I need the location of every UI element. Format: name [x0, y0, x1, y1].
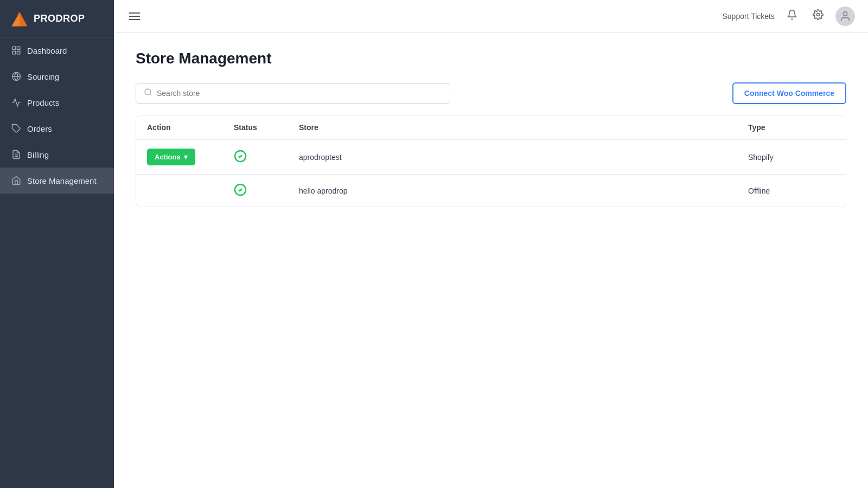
dashboard-icon — [11, 45, 22, 56]
logo[interactable]: PRODROP — [0, 0, 114, 37]
action-cell — [136, 175, 223, 207]
status-active-icon — [234, 150, 247, 163]
status-cell — [223, 140, 288, 175]
table-body: Actions ▾ aprodroptest Shopify — [136, 140, 846, 207]
main-content: Support Tickets Store Management — [114, 0, 868, 488]
settings-icon — [813, 9, 824, 23]
header-right: Support Tickets — [723, 7, 856, 26]
sidebar-item-label: Store Management — [27, 176, 97, 185]
header: Support Tickets — [114, 0, 868, 33]
store-management-icon — [11, 175, 22, 186]
logo-icon — [10, 9, 29, 28]
store-table: Action Status Store Type Actions ▾ — [136, 115, 846, 207]
settings-button[interactable] — [809, 8, 827, 25]
sidebar: PRODROP Dashboard Sourcing Products Orde… — [0, 0, 114, 488]
sidebar-item-orders[interactable]: Orders — [0, 115, 114, 142]
hamburger-button[interactable] — [127, 10, 142, 22]
hamburger-line — [129, 12, 140, 14]
sidebar-item-billing[interactable]: Billing — [0, 142, 114, 168]
sidebar-item-label: Dashboard — [27, 46, 67, 55]
status-active-icon — [234, 183, 247, 196]
sidebar-item-label: Products — [27, 98, 59, 107]
sidebar-item-dashboard[interactable]: Dashboard — [0, 37, 114, 63]
svg-point-12 — [145, 89, 151, 95]
notification-icon — [787, 9, 797, 23]
table-header: Action Status Store Type — [136, 115, 846, 140]
toolbar: Connect Woo Commerce — [136, 82, 846, 104]
sidebar-item-label: Sourcing — [27, 72, 59, 81]
svg-rect-5 — [17, 52, 20, 54]
page-content: Store Management Connect Woo Commerce Ac… — [114, 33, 868, 488]
stores-table: Action Status Store Type Actions ▾ — [136, 115, 846, 207]
avatar[interactable] — [835, 7, 855, 26]
col-header-action: Action — [136, 115, 223, 140]
logo-text: PRODROP — [34, 13, 85, 24]
svg-point-10 — [817, 14, 820, 16]
sidebar-item-products[interactable]: Products — [0, 89, 114, 115]
table-row: Actions ▾ aprodroptest Shopify — [136, 140, 846, 175]
type-cell: Shopify — [737, 140, 846, 175]
notification-button[interactable] — [783, 8, 801, 25]
svg-rect-2 — [12, 47, 15, 49]
sidebar-item-label: Billing — [27, 150, 49, 159]
sidebar-item-store-management[interactable]: Store Management — [0, 168, 114, 194]
connect-woo-commerce-button[interactable]: Connect Woo Commerce — [732, 82, 846, 104]
store-name-cell: aprodroptest — [288, 140, 737, 175]
action-cell: Actions ▾ — [136, 140, 223, 175]
orders-icon — [11, 123, 22, 134]
search-input[interactable] — [157, 89, 442, 98]
type-cell: Offline — [737, 175, 846, 207]
page-title: Store Management — [136, 50, 846, 67]
col-header-store: Store — [288, 115, 737, 140]
billing-icon — [11, 149, 22, 160]
products-icon — [11, 97, 22, 108]
svg-rect-3 — [17, 47, 20, 49]
sourcing-icon — [11, 71, 22, 82]
col-header-type: Type — [737, 115, 846, 140]
table-row: hello aprodrop Offline — [136, 175, 846, 207]
hamburger-line — [129, 19, 140, 20]
sidebar-item-label: Orders — [27, 124, 52, 133]
search-icon — [144, 88, 152, 99]
support-tickets-link[interactable]: Support Tickets — [723, 12, 775, 21]
svg-point-11 — [843, 11, 847, 15]
svg-line-13 — [150, 94, 151, 95]
status-cell — [223, 175, 288, 207]
svg-rect-4 — [12, 52, 15, 54]
search-box — [136, 83, 450, 104]
store-name-cell: hello aprodrop — [288, 175, 737, 207]
sidebar-item-sourcing[interactable]: Sourcing — [0, 63, 114, 89]
hamburger-line — [129, 16, 140, 17]
actions-button[interactable]: Actions ▾ — [147, 149, 195, 165]
chevron-down-icon: ▾ — [184, 153, 188, 161]
col-header-status: Status — [223, 115, 288, 140]
